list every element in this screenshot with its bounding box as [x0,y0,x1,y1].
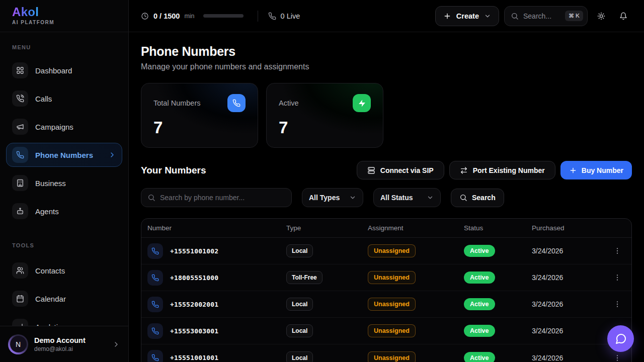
topbar-actions: Create Search... ⌘ K [435,6,632,26]
column-header-number: Number [147,224,286,232]
search-icon [511,12,519,20]
chevron-right-icon [108,151,116,159]
bot-icon [16,207,24,215]
dots-vertical-icon [613,300,621,308]
numbers-table: Number Type Assignment Status Purchased … [141,218,632,362]
sun-icon [597,12,605,20]
status-filter-value: All Status [380,194,413,202]
bell-icon [619,12,627,20]
table-body: +15551001002 Local Unassigned Active 3/2… [141,238,631,362]
dots-vertical-icon [613,354,621,362]
status-badge: Active [464,272,495,284]
sidebar-item-dashboard[interactable]: Dashboard [6,58,122,82]
table-row[interactable]: +15551001002 Local Unassigned Active 3/2… [141,238,631,264]
chat-widget-button[interactable] [607,325,634,352]
phone-icon [147,323,163,339]
search-button[interactable]: Search [451,189,504,207]
phone-icon [147,297,163,312]
stats-row: Total Numbers 7 Active 7 [141,83,632,148]
plus-icon [443,12,451,20]
column-header-status: Status [464,224,532,232]
calendar-icon [16,295,24,303]
sidebar-item-business[interactable]: Business [6,171,122,195]
phone-search-input[interactable] [160,194,285,202]
status-filter-select[interactable]: All Status [373,188,441,207]
account-info: Demo Account demo@akol.ai [34,336,86,352]
page-title: Phone Numbers [141,44,632,59]
table-row[interactable]: +18005551000 Toll-Free Unassigned Active… [141,264,631,291]
search-icon [459,194,467,202]
swap-arrows-icon [460,166,468,174]
menu-list: Dashboard Calls Campaigns Phone Numbers … [6,58,122,223]
server-icon [367,166,375,174]
stat-label: Total Numbers [153,99,200,107]
theme-toggle-button[interactable] [593,8,610,25]
chat-bubble-icon [615,333,627,345]
sidebar-item-calls[interactable]: Calls [6,86,122,111]
chevron-down-icon [427,194,434,201]
column-header-assignment: Assignment [368,224,464,232]
account-footer[interactable]: N Demo Account demo@akol.ai [0,326,128,362]
table-row[interactable]: +15552002001 Local Unassigned Active 3/2… [141,291,631,318]
brand-name: Akol [12,5,39,19]
dots-vertical-icon [613,247,621,255]
stat-card-total-numbers: Total Numbers 7 [141,83,258,148]
row-actions-button[interactable] [609,243,625,259]
phone-icon [227,94,246,112]
type-badge: Local [286,244,313,257]
assignment-badge: Unassigned [368,351,416,362]
column-header-purchased: Purchased [532,224,605,232]
type-badge: Local [286,351,313,362]
stat-card-active: Active 7 [266,83,383,148]
assignment-badge: Unassigned [368,244,416,257]
status-badge: Active [464,352,495,362]
table-row[interactable]: +15551001001 Local Unassigned Active 3/2… [141,344,631,362]
live-calls-indicator: 0 Live [268,12,300,20]
search-shortcut-badge: ⌘ K [565,11,583,21]
create-button[interactable]: Create [435,6,499,26]
sidebar-item-agents[interactable]: Agents [6,199,122,223]
phone-icon [16,151,24,159]
type-badge: Toll-Free [286,271,323,284]
column-header-type: Type [286,224,368,232]
connect-sip-button[interactable]: Connect via SIP [357,161,444,179]
phone-icon [147,350,163,362]
sidebar-item-phone-numbers[interactable]: Phone Numbers [6,143,122,167]
account-name: Demo Account [34,336,86,344]
your-numbers-actions: Connect via SIP Port Existing Number Buy… [357,161,632,179]
row-actions-button[interactable] [609,269,625,286]
buy-number-button[interactable]: Buy Number [560,161,632,179]
row-actions-button[interactable] [609,296,625,312]
phone-search-box [141,188,292,207]
phone-icon [147,270,163,286]
brand-subtitle: AI PLATFORM [12,20,116,25]
sidebar-item-calendar[interactable]: Calendar [6,287,122,311]
phone-icon [147,243,163,259]
minutes-unit: min [184,13,194,20]
port-number-button[interactable]: Port Existing Number [449,161,555,179]
clock-icon [141,12,149,20]
table-row[interactable]: +15553003001 Local Unassigned Active 3/2… [141,318,631,344]
phone-icon [268,12,276,20]
notifications-button[interactable] [615,8,632,25]
menu-section-label: MENU [12,44,116,50]
table-header: Number Type Assignment Status Purchased [141,219,631,238]
phone-number: +18005551000 [170,274,218,282]
status-badge: Active [464,298,495,310]
phone-number: +15552002001 [170,301,218,308]
sidebar-item-campaigns[interactable]: Campaigns [6,115,122,139]
plus-icon [569,166,577,174]
stat-label: Active [279,99,299,107]
topbar: 0 / 1500 min 0 Live Create Search... ⌘ K [129,0,644,32]
purchased-date: 3/24/2026 [532,300,605,308]
page-content: Phone Numbers Manage your phone numbers … [129,32,644,362]
global-search[interactable]: Search... ⌘ K [504,6,588,26]
chevron-down-icon [484,13,491,20]
type-badge: Local [286,298,313,311]
status-badge: Active [464,325,495,337]
minutes-value: 0 / 1500 [153,12,180,20]
assignment-badge: Unassigned [368,271,416,284]
dashboard-icon [16,66,24,74]
sidebar-item-contacts[interactable]: Contacts [6,258,122,283]
type-filter-select[interactable]: All Types [302,188,363,207]
